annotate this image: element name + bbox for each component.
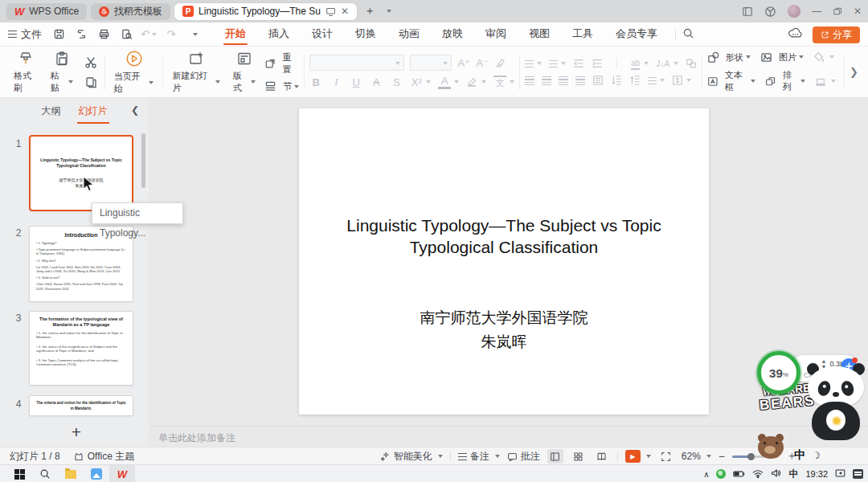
new-slide-button[interactable]: 新建幻灯片 xyxy=(168,51,223,94)
decrease-font-button[interactable]: A⁻ xyxy=(476,57,489,69)
paste-button[interactable]: 粘贴 xyxy=(47,51,77,94)
touch-keyboard-icon[interactable] xyxy=(835,467,845,481)
tab-animation[interactable]: 动画 xyxy=(387,22,431,47)
user-avatar[interactable] xyxy=(788,5,800,18)
decrease-indent-button[interactable] xyxy=(573,57,584,70)
pinyin-guide-button[interactable]: 文 xyxy=(493,76,506,89)
slide-layout-button[interactable]: 版式 xyxy=(229,51,260,94)
theme-button[interactable]: Office 主题 xyxy=(73,450,134,464)
tab-membership[interactable]: 会员专享 xyxy=(604,22,669,47)
save-button[interactable] xyxy=(51,27,66,42)
sidebar-scrollbar[interactable] xyxy=(141,133,145,188)
bullets-button[interactable] xyxy=(525,57,534,70)
zoom-out-button[interactable]: − xyxy=(719,450,725,463)
start-button[interactable] xyxy=(6,465,32,482)
photos-app-button[interactable] xyxy=(84,465,109,482)
tab-slideshow[interactable]: 放映 xyxy=(431,22,474,47)
character-spacing-button[interactable]: A xyxy=(370,76,383,88)
wps-taskbar-button[interactable]: W xyxy=(109,465,135,482)
ime-indicator[interactable]: 中 xyxy=(788,468,798,481)
search-icon[interactable] xyxy=(682,27,694,42)
zoom-slider-knob[interactable] xyxy=(747,453,755,460)
underline-button[interactable]: U xyxy=(350,76,362,88)
clear-format-button[interactable] xyxy=(494,56,506,69)
decrease-spacing-button[interactable] xyxy=(629,74,641,87)
format-painter-button[interactable]: 格式刷 xyxy=(10,51,42,94)
wifi-icon[interactable] xyxy=(752,467,764,481)
bold-button[interactable]: B xyxy=(309,76,322,88)
increase-font-button[interactable]: A⁺ xyxy=(457,57,470,69)
reset-slide-button[interactable]: 重置 xyxy=(264,51,299,76)
arrange-button[interactable]: 排列 xyxy=(765,69,805,93)
slide-title[interactable]: Linguistic Typology—The Subject vs Topic… xyxy=(313,214,694,258)
picture-button[interactable]: 图片 xyxy=(760,51,804,63)
notes-button[interactable]: 备注 xyxy=(458,450,500,464)
tab-review[interactable]: 审阅 xyxy=(474,22,518,47)
smart-beautify-button[interactable]: 智能美化 xyxy=(380,450,443,464)
battery-ring-widget[interactable]: 39% xyxy=(757,351,800,394)
add-slide-button[interactable]: + xyxy=(68,423,85,442)
distribute-button[interactable] xyxy=(592,74,604,87)
quickbar-chevron-icon[interactable] xyxy=(186,27,201,42)
line-spacing-button[interactable] xyxy=(648,74,657,87)
comments-button[interactable]: 批注 xyxy=(507,450,540,464)
align-left-button[interactable] xyxy=(525,74,534,87)
restore-button[interactable] xyxy=(833,6,842,16)
ime-floating-bar[interactable]: 中 ☽ xyxy=(794,448,821,463)
vertical-align-button[interactable] xyxy=(672,74,683,87)
align-right-button[interactable] xyxy=(559,74,568,87)
toolbar-expand-chevron[interactable]: ❯ xyxy=(844,55,863,90)
normal-view-button[interactable] xyxy=(547,449,563,464)
hidden-icons-chevron[interactable]: ∧ xyxy=(703,470,709,479)
outline-tab[interactable]: 大纲 xyxy=(42,104,61,118)
font-color-button[interactable]: A xyxy=(438,75,451,89)
copy-button[interactable] xyxy=(82,74,100,90)
font-family-select[interactable] xyxy=(309,55,404,71)
slideshow-play-button[interactable]: ▶ xyxy=(625,450,651,463)
play-from-current-button[interactable]: 当页开始 xyxy=(110,50,158,95)
tab-insert[interactable]: 插入 xyxy=(257,22,301,47)
fill-color-button[interactable] xyxy=(813,51,825,63)
print-preview-button[interactable] xyxy=(119,27,133,42)
volume-icon[interactable] xyxy=(771,467,781,481)
assistant-icon[interactable] xyxy=(764,6,776,18)
fit-to-window-button[interactable] xyxy=(658,449,674,464)
tab-docer-templates[interactable]: ♨ 找稻壳模板 xyxy=(91,3,170,20)
outline-style-button[interactable] xyxy=(815,75,826,88)
file-menu-button[interactable]: 文件 xyxy=(8,27,42,42)
current-slide[interactable]: Linguistic Typology—The Subject vs Topic… xyxy=(299,108,709,415)
tab-view[interactable]: 视图 xyxy=(518,22,561,47)
slide-subtitle[interactable]: 南宁师范大学外国语学院 朱岚晖 xyxy=(313,306,694,354)
slide-thumbnail-3[interactable]: The formation of the typological view of… xyxy=(29,311,133,386)
vertical-text-button[interactable]: J↓A xyxy=(656,57,669,70)
close-tab-icon[interactable]: ✕ xyxy=(341,6,349,17)
slides-tab[interactable]: 幻灯片 xyxy=(79,104,108,118)
antivirus-tray-icon[interactable] xyxy=(716,469,726,479)
textbox-button[interactable]: 文本框 xyxy=(707,69,755,93)
convert-to-diagram-button[interactable] xyxy=(686,57,697,70)
highlight-color-button[interactable] xyxy=(466,76,477,88)
side-panel-icon[interactable] xyxy=(742,6,753,17)
increase-spacing-button[interactable] xyxy=(611,74,622,87)
slide-thumbnail-4[interactable]: The criteria and notion for the identifi… xyxy=(29,395,133,416)
zoom-level-button[interactable]: 62% xyxy=(682,451,711,462)
monitor-icon[interactable] xyxy=(326,6,336,17)
tab-design[interactable]: 设计 xyxy=(301,22,344,47)
italic-button[interactable]: I xyxy=(330,76,342,88)
slide-sorter-view-button[interactable] xyxy=(571,449,587,464)
section-button[interactable]: 节 xyxy=(264,80,299,92)
redo-button[interactable]: ↷ xyxy=(164,27,178,42)
tab-home[interactable]: 开始 xyxy=(214,22,257,47)
cut-button[interactable] xyxy=(82,55,100,71)
justify-button[interactable] xyxy=(575,74,585,87)
battery-icon[interactable] xyxy=(733,467,745,481)
reading-view-button[interactable] xyxy=(594,449,610,464)
tab-tools[interactable]: 工具 xyxy=(561,22,604,47)
export-button[interactable] xyxy=(74,27,88,42)
align-center-button[interactable] xyxy=(542,74,551,87)
print-button[interactable] xyxy=(96,27,111,42)
collapse-panel-chevron[interactable]: ❮ xyxy=(131,104,139,116)
close-window-button[interactable]: ✕ xyxy=(854,6,862,17)
superscript-button[interactable]: X² xyxy=(410,76,423,88)
tab-wps-office[interactable]: W WPS Office xyxy=(6,3,87,20)
